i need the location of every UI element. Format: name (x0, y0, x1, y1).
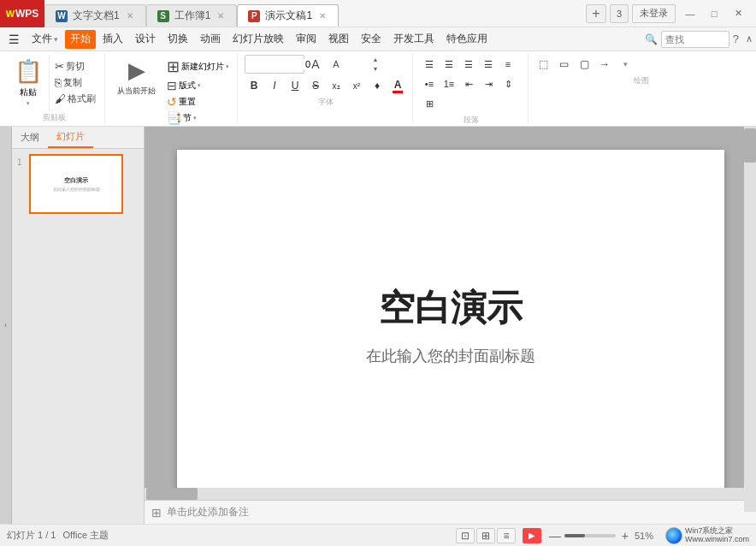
font-size-up-button[interactable]: ▲ (370, 55, 381, 64)
paste-icon: 📋 (15, 58, 42, 85)
zoom-slider[interactable] (564, 534, 616, 537)
zoom-control: — + 51% (548, 529, 653, 543)
section-button[interactable]: 📑 节 ▾ (164, 110, 232, 126)
font-size-down-button[interactable]: ▼ (370, 64, 381, 74)
align-center-button[interactable]: ☰ (440, 55, 458, 74)
menu-review[interactable]: 审阅 (291, 30, 322, 49)
help-icon[interactable]: ? (733, 33, 739, 45)
slides-group: ▶ 从当前开始 ⊞ 新建幻灯片 ▾ ⊟ 版式 ▾ ↺ 重置 (107, 53, 238, 124)
shape-arrow-right[interactable]: → (595, 55, 614, 74)
menu-bar: ☰ 文件 ▾ 开始 插入 设计 切换 动画 幻灯片放映 审阅 视图 安全 开发工… (0, 27, 756, 51)
hamburger-menu[interactable]: ☰ (3, 30, 25, 49)
play-slideshow-button[interactable]: ▶ (523, 528, 541, 543)
menu-transition[interactable]: 切换 (162, 30, 193, 49)
cut-icon: ✂ (55, 60, 64, 73)
select-tool[interactable]: ⬚ (534, 55, 552, 74)
slide-thumbnail[interactable]: 空白演示 在此输入您的封面副标题 (29, 154, 123, 214)
menu-security[interactable]: 安全 (356, 30, 387, 49)
tab-presentation[interactable]: P 演示文稿1 ✕ (237, 4, 339, 27)
login-button[interactable]: 未登录 (632, 4, 676, 23)
superscript-button[interactable]: x² (347, 76, 366, 95)
zoom-out-button[interactable]: — (548, 529, 562, 543)
tab-presentation-close[interactable]: ✕ (317, 11, 328, 21)
slides-tab[interactable]: 幻灯片 (48, 127, 93, 148)
menu-design[interactable]: 设计 (130, 30, 161, 49)
h-scrollbar-thumb (146, 488, 198, 500)
paste-button[interactable]: 📋 粘贴 ▾ (7, 55, 50, 110)
tab-spreadsheet-close[interactable]: ✕ (216, 11, 226, 21)
theme-label: Office 主题 (62, 529, 109, 542)
menu-slideshow[interactable]: 幻灯片放映 (227, 30, 289, 49)
slide-main-title: 空白演示 (379, 284, 523, 332)
word-tab-icon: W (56, 10, 68, 22)
copy-button[interactable]: ⎘ 复制 (51, 75, 99, 90)
reset-button[interactable]: ↺ 重置 (164, 94, 232, 110)
view-outline-button[interactable]: ≡ (497, 528, 516, 543)
underline-button[interactable]: U (286, 76, 304, 95)
clear-format-button[interactable]: ♦ (368, 76, 387, 95)
vertical-scrollbar[interactable] (744, 127, 756, 512)
start-from-current-button[interactable]: ▶ 从当前开始 (112, 55, 161, 99)
view-normal-button[interactable]: ⊡ (456, 528, 475, 543)
slide-canvas[interactable]: 空白演示 在此输入您的封面副标题 (177, 150, 724, 501)
ribbon: 📋 粘贴 ▾ ✂ 剪切 ⎘ 复制 🖌 格式刷 剪贴板 (0, 51, 756, 127)
format-painter-button[interactable]: 🖌 格式刷 (51, 92, 99, 106)
menu-home[interactable]: 开始 (65, 30, 96, 49)
menu-insert[interactable]: 插入 (97, 30, 128, 49)
bold-button[interactable]: B (245, 76, 263, 95)
status-bar-right: ⊡ ⊞ ≡ ▶ — + 51% Win7系统之家 Www.winwin7.com (456, 527, 749, 544)
slide-subtitle: 在此输入您的封面副标题 (366, 346, 535, 366)
italic-button[interactable]: I (265, 76, 284, 95)
search-input[interactable] (661, 31, 729, 48)
line-spacing-button[interactable]: ≡ (499, 55, 517, 74)
shape-rounded-rect[interactable]: ▢ (575, 55, 594, 74)
outline-tab[interactable]: 大纲 (12, 128, 48, 147)
numbering-button[interactable]: 1≡ (440, 74, 458, 93)
columns-button[interactable]: ⊞ (420, 94, 439, 113)
copy-icon: ⎘ (55, 76, 62, 89)
font-color-button[interactable]: A (388, 76, 407, 95)
maximize-button[interactable]: □ (703, 3, 725, 25)
menu-animation[interactable]: 动画 (195, 30, 226, 49)
view-grid-button[interactable]: ⊞ (476, 528, 495, 543)
cut-button[interactable]: ✂ 剪切 (51, 59, 99, 74)
indent-increase-button[interactable]: ⇥ (479, 74, 498, 93)
bullet-button[interactable]: •≡ (420, 74, 439, 93)
notes-bar[interactable]: ⊞ 单击此处添加备注 (145, 500, 756, 524)
status-bar: 幻灯片 1 / 1 Office 主题 ⊡ ⊞ ≡ ▶ — + 51% Win7… (0, 524, 756, 546)
layout-button[interactable]: ⊟ 版式 ▾ (164, 78, 232, 93)
minimize-button[interactable]: — (679, 3, 701, 25)
clipboard-group: 📋 粘贴 ▾ ✂ 剪切 ⎘ 复制 🖌 格式刷 剪贴板 (3, 53, 105, 124)
panel-collapse-button[interactable]: ‹ (0, 127, 12, 524)
spreadsheet-tab-icon: S (157, 10, 169, 22)
align-left-button[interactable]: ☰ (420, 55, 439, 74)
win7-logo-area: Win7系统之家 Www.winwin7.com (665, 527, 749, 544)
font-size-decrease-button[interactable]: A (327, 55, 346, 74)
new-tab-button[interactable]: + (586, 4, 606, 23)
file-menu[interactable]: 文件 ▾ (27, 30, 63, 49)
align-right-button[interactable]: ☰ (459, 55, 478, 74)
menu-view[interactable]: 视图 (323, 30, 354, 49)
tab-word[interactable]: W 文字文档1 ✕ (44, 4, 146, 27)
shape-more[interactable]: ▾ (616, 55, 635, 74)
horizontal-scrollbar[interactable] (145, 488, 744, 500)
indent-decrease-button[interactable]: ⇤ (459, 74, 478, 93)
font-size-increase-button[interactable]: A (306, 55, 325, 74)
new-slide-button[interactable]: ⊞ 新建幻灯片 ▾ (164, 56, 232, 77)
tab-spreadsheet[interactable]: S 工作簿1 ✕ (146, 4, 238, 27)
subscript-button[interactable]: x₂ (327, 76, 346, 95)
wps-logo[interactable]: W WPS (0, 0, 44, 27)
justify-button[interactable]: ☰ (479, 55, 498, 74)
window-controls: — □ ✕ (679, 3, 749, 25)
shape-rect[interactable]: ▭ (554, 55, 573, 74)
tab-word-close[interactable]: ✕ (125, 11, 135, 21)
close-button[interactable]: ✕ (727, 3, 749, 25)
panel-tabs: 大纲 幻灯片 (12, 127, 144, 149)
menu-features[interactable]: 特色应用 (441, 30, 493, 49)
menu-devtools[interactable]: 开发工具 (388, 30, 440, 49)
text-direction-button[interactable]: ⇕ (499, 74, 517, 93)
ribbon-collapse-icon[interactable]: ∧ (746, 33, 753, 45)
strikethrough-button[interactable]: S (306, 76, 325, 95)
zoom-in-button[interactable]: + (618, 529, 632, 543)
win7-logo-icon (665, 527, 682, 544)
